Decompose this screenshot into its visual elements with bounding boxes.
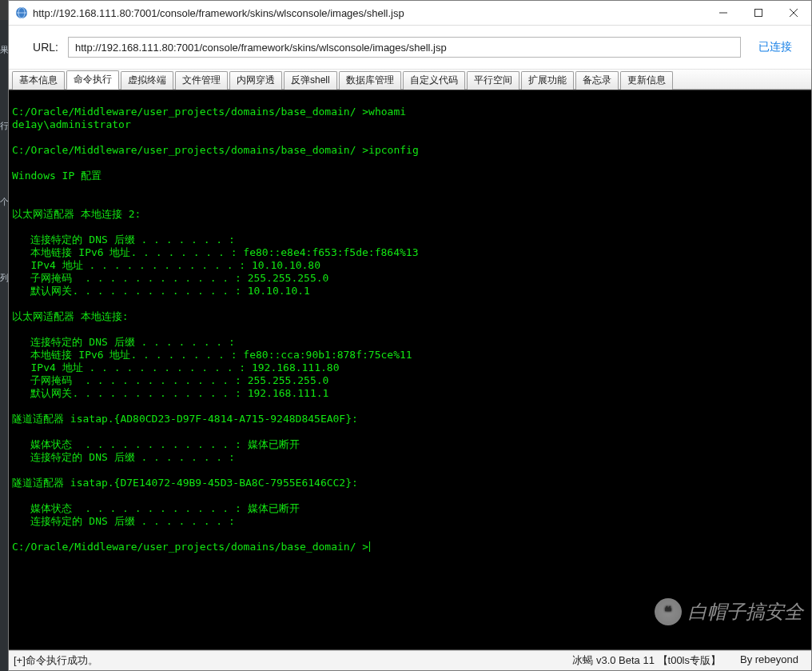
terminal-cursor bbox=[369, 541, 370, 552]
tab-11[interactable]: 更新信息 bbox=[620, 71, 673, 90]
tab-9[interactable]: 扩展功能 bbox=[521, 71, 574, 90]
terminal-output[interactable]: C:/Oracle/Middleware/user_projects/domai… bbox=[9, 101, 811, 650]
tab-4[interactable]: 内网穿透 bbox=[229, 71, 282, 90]
tab-5[interactable]: 反弹shell bbox=[284, 71, 337, 90]
status-version: 冰蝎 v3.0 Beta 11 【t00ls专版】 bbox=[572, 653, 721, 668]
tab-0[interactable]: 基本信息 bbox=[12, 71, 65, 90]
window-title: http://192.168.111.80:7001/console/frame… bbox=[33, 7, 706, 19]
minimize-button[interactable] bbox=[706, 1, 741, 25]
tab-3[interactable]: 文件管理 bbox=[175, 71, 228, 90]
tab-6[interactable]: 数据库管理 bbox=[339, 71, 401, 90]
app-window: http://192.168.111.80:7001/console/frame… bbox=[8, 0, 812, 671]
url-input[interactable] bbox=[68, 37, 741, 58]
maximize-icon bbox=[754, 9, 762, 17]
svg-rect-4 bbox=[755, 10, 762, 17]
titlebar[interactable]: http://192.168.111.80:7001/console/frame… bbox=[9, 1, 811, 26]
app-icon bbox=[15, 6, 28, 19]
status-message: [+]命令执行成功。 bbox=[14, 653, 572, 668]
tab-7[interactable]: 自定义代码 bbox=[403, 71, 465, 90]
url-label: URL: bbox=[20, 41, 58, 54]
status-bar: [+]命令执行成功。 冰蝎 v3.0 Beta 11 【t00ls专版】 By … bbox=[9, 650, 811, 670]
close-button[interactable] bbox=[776, 1, 811, 25]
status-author: By rebeyond bbox=[740, 653, 798, 668]
tab-2[interactable]: 虚拟终端 bbox=[121, 71, 173, 90]
minimize-icon bbox=[719, 9, 727, 17]
tab-bar: 基本信息命令执行虚拟终端文件管理内网穿透反弹shell数据库管理自定义代码平行空… bbox=[9, 70, 811, 90]
terminal-panel: C:/Oracle/Middleware/user_projects/domai… bbox=[9, 90, 811, 650]
tab-10[interactable]: 备忘录 bbox=[575, 71, 619, 90]
connection-status: 已连接 bbox=[750, 40, 800, 54]
background-app-fragment: 果 行 个 列 bbox=[0, 20, 8, 671]
tab-1[interactable]: 命令执行 bbox=[66, 70, 119, 90]
close-icon bbox=[790, 9, 798, 17]
url-row: URL: 已连接 bbox=[9, 26, 811, 70]
maximize-button[interactable] bbox=[741, 1, 776, 25]
tab-8[interactable]: 平行空间 bbox=[467, 71, 519, 90]
